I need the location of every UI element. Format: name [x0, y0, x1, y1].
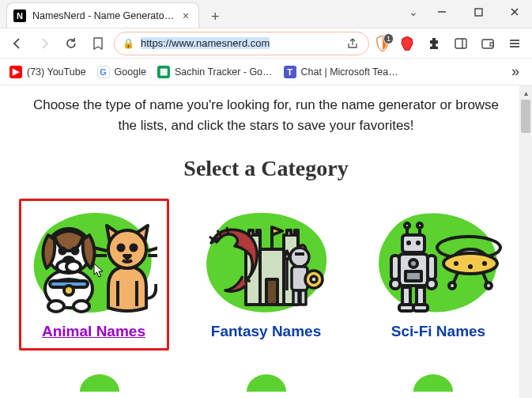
svg-point-17	[66, 261, 81, 272]
app-menu-button[interactable]	[504, 32, 526, 55]
shield-count-badge: 1	[383, 33, 394, 44]
vertical-scrollbar[interactable]: ▴ ▾	[519, 85, 532, 398]
category-label: Sci-Fi Names	[371, 323, 507, 340]
bookmarks-overflow-button[interactable]: »	[508, 63, 523, 80]
browser-toolbar: 🔒 https://www.namesnerd.com 1	[0, 28, 532, 59]
category-card-animal[interactable]: Animal Names	[19, 199, 169, 351]
nav-reload-button[interactable]	[60, 32, 82, 55]
svg-rect-38	[295, 252, 304, 256]
svg-rect-1	[475, 9, 482, 16]
category-thumb-scifi	[372, 207, 506, 318]
tab-close-button[interactable]: ×	[181, 9, 191, 22]
scroll-up-button[interactable]: ▴	[519, 85, 532, 100]
lock-icon: 🔒	[123, 38, 134, 49]
svg-point-19	[64, 286, 74, 295]
tab-title: NamesNerd - Name Generators f…	[32, 10, 175, 21]
svg-rect-56	[391, 256, 399, 279]
svg-point-65	[454, 261, 458, 266]
nav-forward-button[interactable]	[33, 32, 55, 55]
svg-point-23	[118, 244, 123, 250]
bookmark-youtube[interactable]: ▶(73) YouTube	[9, 66, 86, 78]
svg-point-59	[427, 279, 436, 289]
svg-rect-34	[266, 279, 277, 305]
window-maximize-button[interactable]	[461, 0, 496, 24]
scrollbar-thumb[interactable]	[521, 100, 530, 133]
svg-point-54	[409, 260, 417, 267]
next-row-peek	[16, 374, 516, 392]
sheets-icon: ▦	[157, 66, 170, 78]
category-thumb-animal	[27, 207, 161, 318]
extensions-button[interactable]	[423, 32, 445, 55]
svg-point-70	[449, 282, 455, 289]
svg-point-47	[406, 241, 411, 245]
svg-point-24	[130, 244, 136, 250]
svg-point-64	[443, 253, 497, 274]
svg-point-36	[247, 279, 251, 282]
bookmark-label: Sachin Tracker - Go…	[175, 66, 273, 78]
bookmark-teams[interactable]: TChat | Microsoft Tea…	[284, 66, 398, 78]
bookmark-label: Chat | Microsoft Tea…	[301, 66, 398, 78]
svg-point-67	[482, 261, 487, 266]
svg-rect-40	[293, 290, 299, 305]
intro-text: Choose the type of name you're looking f…	[24, 95, 508, 137]
svg-point-52	[417, 223, 422, 228]
svg-line-27	[148, 248, 157, 251]
category-label: Animal Names	[26, 323, 162, 340]
url-text: https://www.namesnerd.com	[141, 37, 340, 49]
svg-point-58	[391, 279, 400, 289]
new-tab-button[interactable]: +	[204, 6, 226, 28]
svg-point-14	[72, 248, 77, 253]
svg-point-37	[290, 248, 309, 267]
window-controls	[424, 0, 532, 24]
category-thumb-fantasy	[199, 207, 334, 318]
bookmark-sheets[interactable]: ▦Sachin Tracker - Go…	[157, 66, 273, 78]
svg-rect-63	[413, 305, 428, 311]
window-close-button[interactable]	[497, 0, 532, 24]
shield-icon[interactable]: 1	[374, 35, 391, 52]
svg-point-50	[405, 223, 409, 228]
window-titlebar: N NamesNerd - Name Generators f… × + ⌄	[0, 0, 532, 28]
svg-point-44	[311, 276, 317, 282]
category-card-fantasy[interactable]: Fantasy Names	[191, 199, 341, 351]
brave-logo-icon[interactable]	[396, 32, 418, 55]
svg-point-21	[74, 301, 89, 312]
favicon: N	[13, 9, 26, 22]
bookmarks-bar: ▶(73) YouTube GGoogle ▦Sachin Tracker - …	[0, 59, 532, 85]
svg-rect-6	[482, 40, 493, 48]
share-button[interactable]	[346, 32, 362, 55]
bookmark-label: Google	[115, 66, 146, 78]
browser-tab-active[interactable]: N NamesNerd - Name Generators f… ×	[6, 2, 199, 28]
svg-point-66	[468, 264, 473, 269]
svg-rect-62	[399, 305, 413, 311]
url-bar[interactable]: 🔒 https://www.namesnerd.com	[114, 32, 369, 55]
svg-point-13	[59, 248, 65, 253]
teams-icon: T	[284, 66, 296, 78]
svg-rect-4	[455, 39, 466, 48]
nav-back-button[interactable]	[6, 32, 28, 55]
svg-rect-46	[402, 235, 424, 252]
tab-search-button[interactable]: ⌄	[402, 0, 424, 24]
google-icon: G	[97, 66, 110, 78]
svg-rect-57	[428, 256, 436, 279]
page-content: Choose the type of name you're looking f…	[0, 85, 532, 398]
wallet-button[interactable]	[477, 32, 499, 55]
svg-point-71	[485, 282, 492, 289]
window-minimize-button[interactable]	[424, 0, 459, 24]
bookmark-google[interactable]: GGoogle	[97, 66, 146, 78]
svg-point-20	[48, 301, 64, 312]
category-card-scifi[interactable]: Sci-Fi Names	[364, 199, 514, 351]
youtube-icon: ▶	[9, 66, 22, 78]
category-label: Fantasy Names	[198, 323, 334, 340]
category-grid: Animal Names	[16, 199, 516, 351]
svg-rect-41	[300, 290, 306, 305]
bookmark-label: (73) YouTube	[27, 66, 86, 78]
svg-point-48	[416, 241, 421, 245]
sidepanel-button[interactable]	[450, 32, 472, 55]
svg-rect-55	[406, 271, 421, 281]
mouse-cursor-icon	[93, 263, 104, 279]
section-heading: Select a Category	[16, 156, 516, 181]
bookmark-button[interactable]	[87, 32, 109, 55]
